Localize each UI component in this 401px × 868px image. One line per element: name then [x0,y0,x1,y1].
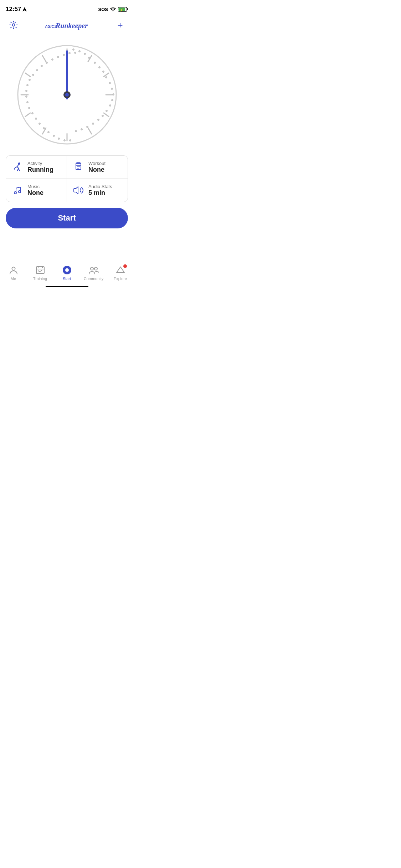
battery-icon: ⚡ [118,7,128,12]
app-logo: ASICS Runkeeper [20,19,114,31]
clock-svg [15,43,119,146]
svg-point-32 [112,94,114,95]
start-nav-icon [62,265,72,275]
svg-point-31 [111,88,113,90]
nav-item-explore[interactable]: Explore [110,265,131,281]
svg-point-46 [47,131,49,133]
music-value: None [27,189,43,197]
activity-row-1: Activity Running Workout None [6,156,128,179]
audio-stats-text: Audio Stats 5 min [88,184,112,197]
add-button[interactable]: + [114,19,127,31]
svg-point-23 [78,51,80,52]
runkeeper-logo: ASICS Runkeeper [38,19,96,31]
status-right-icons: SOS ⚡ [98,7,128,12]
activity-value: Running [27,166,53,174]
workout-value: None [88,166,106,174]
audio-stats-label: Audio Stats [88,184,112,189]
svg-point-26 [94,62,96,64]
status-time: 12:57 [6,6,27,13]
svg-line-14 [104,113,109,117]
nav-item-community[interactable]: Community [83,265,104,281]
settings-button[interactable] [7,19,20,31]
nav-item-start[interactable]: Start [56,265,78,281]
svg-point-76 [14,192,16,194]
time-display: 12:57 [6,6,21,13]
svg-point-47 [43,128,45,129]
svg-text:ASICS: ASICS [45,24,57,29]
svg-point-22 [72,49,74,51]
svg-point-41 [75,130,77,132]
svg-point-58 [36,69,38,71]
activity-row-2: Music None Audio Stats 5 min [6,179,128,202]
activity-grid: Activity Running Workout None [6,155,128,202]
svg-point-85 [91,267,93,270]
svg-text:⚡: ⚡ [120,8,123,12]
svg-point-25 [88,57,90,59]
community-icon [89,265,99,275]
running-icon [12,161,23,173]
nav-item-training[interactable]: Training [30,265,51,281]
svg-point-63 [63,54,65,56]
svg-point-38 [92,123,94,125]
audio-icon [73,185,84,196]
svg-point-64 [68,52,70,54]
svg-point-34 [109,105,111,107]
nav-label-explore: Explore [114,277,127,281]
audio-stats-value: 5 min [88,189,112,197]
svg-point-45 [53,135,55,137]
nav-item-me[interactable]: Me [3,265,24,281]
svg-point-37 [97,119,99,121]
svg-point-29 [105,77,107,78]
svg-text:Runkeeper: Runkeeper [55,22,88,30]
activity-cell[interactable]: Activity Running [6,156,67,179]
sos-indicator: SOS [98,7,108,12]
svg-point-69 [65,93,69,97]
start-button[interactable]: Start [6,208,128,228]
activity-label: Activity [27,161,53,166]
svg-point-1 [113,11,113,11]
svg-point-6 [12,24,15,26]
location-arrow-icon [22,7,27,11]
training-icon [35,265,45,275]
svg-point-30 [109,82,110,84]
start-button-container: Start [0,202,134,233]
clock-face [15,43,119,146]
svg-point-49 [35,118,37,120]
music-cell[interactable]: Music None [6,179,67,202]
explore-badge [123,264,127,268]
svg-point-65 [74,52,76,54]
svg-point-59 [41,65,42,67]
wifi-icon [110,7,116,11]
svg-point-53 [25,96,27,98]
svg-point-61 [51,59,53,61]
svg-line-21 [42,56,46,62]
workout-label: Workout [88,161,106,166]
svg-rect-79 [36,267,44,274]
svg-point-43 [63,140,65,141]
svg-point-51 [28,107,30,109]
svg-point-50 [31,113,33,114]
gear-icon [9,20,18,30]
music-label: Music [27,184,43,189]
nav-label-me: Me [11,277,16,281]
svg-point-56 [29,79,30,81]
clock-container [0,34,134,155]
svg-point-54 [25,90,27,92]
svg-point-36 [102,115,103,117]
svg-line-15 [88,128,92,134]
svg-point-55 [26,84,28,86]
svg-marker-0 [22,7,27,11]
svg-point-84 [65,268,69,272]
svg-point-44 [58,138,60,140]
svg-point-62 [57,56,59,58]
workout-cell[interactable]: Workout None [67,156,128,179]
bottom-navigation: Me Training Start [0,260,134,289]
explore-icon [115,265,125,275]
svg-point-52 [26,102,28,103]
audio-stats-cell[interactable]: Audio Stats 5 min [67,179,128,202]
svg-point-78 [12,267,15,270]
svg-line-20 [25,73,30,77]
nav-label-training: Training [33,277,47,281]
svg-line-18 [25,113,30,117]
activity-text: Activity Running [27,161,53,174]
